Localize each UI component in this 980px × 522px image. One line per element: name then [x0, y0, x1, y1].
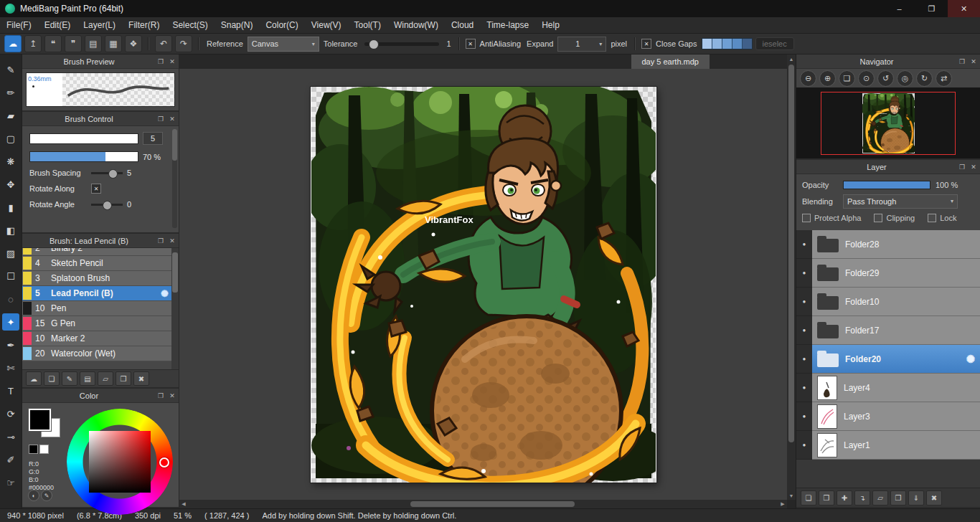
menu-file[interactable]: File(F) [0, 17, 38, 33]
brush-item[interactable]: 2 Binary 2 [22, 248, 171, 256]
add-cloud-brush-icon[interactable]: ☁ [26, 371, 42, 386]
chat-icon[interactable]: ❞ [65, 35, 82, 52]
visibility-toggle[interactable]: ● [796, 288, 812, 316]
menu-window[interactable]: Window(W) [387, 17, 445, 33]
tool-lasso[interactable]: ◌ [2, 290, 19, 308]
folder-icon-button[interactable]: ▱ [872, 490, 888, 506]
popout-icon[interactable]: ❐ [957, 58, 967, 65]
fit-window-icon[interactable]: ❏ [839, 70, 855, 87]
menu-timelapse[interactable]: Time-lapse [480, 17, 535, 33]
layer-row[interactable]: ● Layer1 [796, 431, 980, 460]
tool-move[interactable]: ✥ [2, 176, 19, 193]
rotate-angle-slider[interactable] [91, 201, 123, 209]
undo-button[interactable]: ↶ [155, 35, 172, 52]
layer-row[interactable]: ● Layer3 [796, 402, 980, 431]
protect-alpha-checkbox[interactable] [802, 214, 811, 222]
layer-row[interactable]: ● Folder29 [796, 259, 980, 288]
tool-marquee[interactable]: ☐ [2, 267, 19, 285]
brush-size-value[interactable]: 5 [143, 132, 163, 145]
popout-icon[interactable]: ❐ [156, 58, 166, 65]
close-gaps-segment[interactable] [702, 39, 712, 49]
visibility-toggle[interactable]: ● [796, 259, 812, 288]
grid-icon[interactable]: ▦ [105, 35, 122, 52]
scroll-left-icon[interactable]: ◀ [179, 501, 188, 507]
wheel-mode-icon[interactable]: ◐ [28, 490, 39, 501]
layer-row[interactable]: ● Folder10 [796, 288, 980, 316]
close-gaps-segment[interactable] [712, 39, 722, 49]
popout-icon[interactable]: ❐ [156, 237, 166, 245]
reference-dropdown[interactable]: Canvas ▾ [248, 37, 319, 52]
canvas-horizontal-scrollbar[interactable]: ◀ ▶ [179, 500, 787, 508]
horizontal-scroll-thumb[interactable] [410, 501, 575, 507]
layer-row[interactable]: ● Folder17 [796, 316, 980, 345]
vertical-scroll-thumb[interactable] [788, 65, 794, 442]
flip-view-icon[interactable]: ⇄ [936, 70, 952, 87]
scroll-right-icon[interactable]: ▶ [778, 501, 787, 507]
comment-icon[interactable]: ❝ [44, 35, 62, 52]
visibility-toggle[interactable]: ● [796, 374, 812, 402]
scroll-up-icon[interactable]: ▲ [787, 54, 796, 63]
saturation-value-square[interactable] [89, 431, 151, 493]
add-layer-icon[interactable]: ✚ [837, 490, 852, 506]
rotate-ccw-icon[interactable]: ↺ [877, 70, 894, 87]
zoom-100-icon[interactable]: ⊙ [858, 70, 875, 87]
close-icon[interactable]: ✕ [167, 58, 177, 65]
visibility-toggle[interactable]: ● [796, 316, 812, 345]
document-tab[interactable]: day 5 earth.mdp [631, 54, 710, 69]
visibility-toggle[interactable]: ● [796, 230, 812, 259]
brush-opacity-slider[interactable] [29, 151, 138, 162]
duplicate-layer-icon[interactable]: ❐ [890, 490, 906, 506]
transfer-down-icon[interactable]: ↴ [854, 490, 870, 506]
brush-settings-icon[interactable]: ▤ [80, 371, 95, 386]
close-icon[interactable]: ✕ [167, 237, 177, 245]
navigator-view-frame[interactable] [821, 92, 956, 155]
close-button[interactable]: ✕ [948, 0, 980, 17]
duplicate-brush-icon[interactable]: ❐ [116, 371, 131, 386]
layer-opacity-slider[interactable] [843, 181, 930, 189]
menu-snap[interactable]: Snap(N) [215, 17, 260, 33]
blending-dropdown[interactable]: Pass Through ▾ [843, 194, 958, 209]
close-gaps-segment[interactable] [743, 39, 752, 49]
brush-item[interactable]: 10 Pen [22, 301, 171, 316]
menu-edit[interactable]: Edit(E) [38, 17, 77, 33]
zoom-out-icon[interactable]: ⊖ [800, 70, 816, 87]
popout-icon[interactable]: ❐ [957, 163, 967, 171]
clipping-checkbox[interactable] [874, 214, 882, 222]
tool-pencil[interactable]: ✏ [2, 84, 19, 101]
zoom-in-icon[interactable]: ⊕ [819, 70, 836, 87]
brush-item[interactable]: 3 Splatoon Brush [22, 271, 171, 286]
menu-tool[interactable]: Tool(T) [348, 17, 387, 33]
scroll-down-icon[interactable]: ▼ [787, 491, 796, 500]
swap-colors-icon[interactable] [39, 445, 49, 454]
upload-icon[interactable]: ↥ [24, 35, 42, 52]
expand-dropdown[interactable]: 1 ▾ [557, 37, 606, 52]
brush-control-scrollbar[interactable] [172, 129, 177, 228]
new-brush-icon[interactable]: ❏ [44, 371, 60, 386]
popout-icon[interactable]: ❐ [156, 392, 166, 399]
menu-select[interactable]: Select(S) [166, 17, 214, 33]
delete-brush-icon[interactable]: ✖ [133, 371, 149, 386]
minimize-button[interactable]: – [883, 0, 915, 17]
close-icon[interactable]: ✕ [167, 115, 177, 123]
tool-eyedropper[interactable]: ⊸ [2, 428, 19, 445]
canvas-vertical-scrollbar[interactable]: ▲ ▼ [787, 54, 796, 500]
cloud-icon[interactable]: ☁ [4, 35, 22, 52]
antialiasing-checkbox[interactable]: ✕ [466, 39, 476, 49]
menu-cloud[interactable]: Cloud [445, 17, 480, 33]
close-gaps-segment[interactable] [722, 39, 732, 49]
document-icon[interactable]: ▤ [85, 35, 102, 52]
new-layer-icon[interactable]: ❏ [801, 490, 816, 506]
merge-down-icon[interactable]: ⇓ [908, 490, 924, 506]
brush-item[interactable]: 15 G Pen [22, 316, 171, 331]
brush-item[interactable]: 4 Sketch Pencil [22, 256, 171, 271]
layer-row[interactable]: ● Layer4 [796, 374, 980, 402]
brush-item[interactable]: 10 Marker 2 [22, 331, 171, 346]
maximize-button[interactable]: ❐ [915, 0, 948, 17]
tool-fill-shape[interactable]: ▮ [2, 199, 19, 216]
tool-bucket[interactable]: ◧ [2, 222, 19, 239]
close-gaps-segment[interactable] [732, 39, 743, 49]
tool-select-eraser[interactable]: ✄ [2, 359, 19, 376]
tolerance-slider[interactable] [364, 39, 439, 48]
foreground-color-swatch[interactable] [29, 409, 51, 431]
close-icon[interactable]: ✕ [969, 58, 979, 65]
